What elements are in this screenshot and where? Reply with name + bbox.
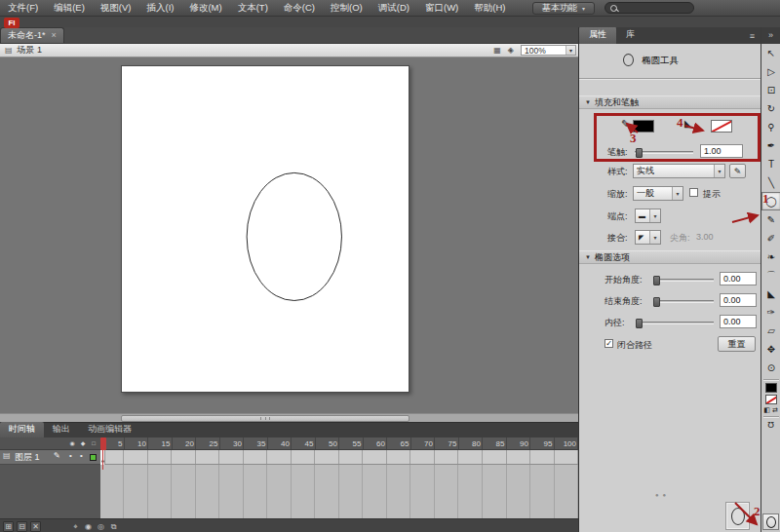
reset-button[interactable]: 重置 [718, 336, 756, 352]
slider-thumb[interactable] [636, 148, 643, 158]
menu-item[interactable]: 文本(T) [230, 0, 276, 16]
onion-skin-button[interactable]: ◉ [83, 521, 94, 532]
menu-item[interactable]: 修改(M) [181, 0, 229, 16]
panel-menu-icon[interactable]: ≡ [750, 31, 760, 44]
start-angle-value[interactable]: 0.00 [720, 272, 757, 285]
selection-tool[interactable]: ↖ [761, 44, 780, 62]
pen-tool[interactable]: ✒ [761, 136, 780, 155]
tab-properties[interactable]: 属性 [579, 27, 616, 44]
hinting-checkbox[interactable] [689, 188, 698, 197]
eyedropper-tool[interactable]: ✑ [761, 303, 780, 322]
edit-symbols-icon[interactable]: ◈ [508, 46, 514, 55]
menu-item[interactable]: 插入(I) [138, 0, 181, 16]
tab-library[interactable]: 库 [616, 27, 644, 44]
line-tool[interactable]: ╲ [761, 173, 780, 192]
default-colors-icon[interactable]: ◧ [763, 406, 770, 414]
menu-item[interactable]: 编辑(E) [46, 0, 93, 16]
close-path-checkbox[interactable]: ✓ [604, 339, 613, 348]
lock-layers-icon[interactable]: ◆ [78, 437, 88, 450]
panel-resize-grip[interactable]: ●● [655, 492, 670, 498]
layer-frames-track[interactable] [100, 450, 578, 465]
stroke-color-swatch[interactable] [633, 120, 654, 133]
stage-canvas[interactable] [121, 65, 410, 393]
lasso-tool[interactable]: ⚲ [761, 118, 780, 136]
layer-row[interactable]: ▤ 图层 1 ✎ • • [0, 450, 100, 465]
free-transform-tool[interactable]: ⊡ [761, 81, 780, 99]
stroke-height-slider[interactable] [635, 151, 693, 154]
paint-bucket-tool[interactable]: ◣ [761, 285, 780, 303]
layer-visibility-dot[interactable]: • [69, 451, 72, 460]
3d-rotation-tool[interactable]: ↻ [761, 99, 780, 118]
new-folder-button[interactable]: ⊟ [17, 521, 27, 532]
outline-layers-icon[interactable]: □ [89, 437, 98, 450]
swap-colors-icon[interactable]: ⇄ [772, 406, 778, 414]
horizontal-scrollbar-thumb[interactable] [121, 415, 410, 422]
stroke-style-dropdown[interactable]: 实线 ▾ [633, 164, 725, 178]
oval-tool[interactable]: ◯ [761, 192, 780, 210]
slider-thumb[interactable] [636, 319, 643, 328]
stage-pasteboard[interactable] [0, 57, 578, 422]
frames-grid-empty-area[interactable] [100, 465, 578, 518]
show-hide-layers-icon[interactable]: ◉ [67, 437, 77, 450]
stroke-height-value[interactable]: 1.00 [700, 144, 743, 158]
inner-radius-slider[interactable] [636, 322, 714, 324]
menu-item[interactable]: 帮助(H) [466, 0, 513, 16]
brush-tool[interactable]: ✐ [761, 229, 780, 247]
tab-output[interactable]: 输出 [44, 422, 79, 437]
stage-ellipse[interactable] [247, 172, 341, 300]
toolbar-fill-color-swatch[interactable] [765, 395, 777, 404]
search-input[interactable] [604, 2, 694, 14]
menu-item[interactable]: 文件(F) [0, 0, 46, 16]
slider-thumb[interactable] [653, 276, 660, 285]
playhead[interactable] [100, 437, 106, 450]
layer-name[interactable]: 图层 1 [15, 451, 40, 464]
onion-skin-outlines-button[interactable]: ◎ [96, 521, 106, 532]
fill-color-swatch-no-fill[interactable] [711, 120, 732, 133]
end-angle-value[interactable]: 0.00 [720, 293, 757, 307]
tab-timeline[interactable]: 时间轴 [0, 422, 44, 437]
menu-item[interactable]: 视图(V) [93, 0, 139, 16]
object-drawing-mode-button[interactable] [762, 513, 779, 530]
close-icon[interactable]: × [52, 31, 57, 40]
zoom-level-dropdown[interactable]: 100% ▾ [521, 45, 576, 56]
layer-editing-pencil-icon: ✎ [54, 451, 60, 460]
timeline-frame-ruler[interactable]: 5101520253035404550556065707580859095100 [100, 437, 578, 450]
menu-item[interactable]: 窗口(W) [417, 0, 466, 16]
document-tab[interactable]: 未命名-1* × [0, 27, 64, 43]
cap-dropdown[interactable]: ▬ ▾ [635, 209, 661, 223]
snap-to-objects-button[interactable]: Ω [761, 420, 780, 430]
join-dropdown[interactable]: ◤ ▾ [635, 230, 661, 245]
tab-motion-editor[interactable]: 动画编辑器 [79, 422, 140, 437]
start-angle-slider[interactable] [653, 279, 714, 282]
subselection-tool[interactable]: ▷ [761, 62, 780, 81]
slider-thumb[interactable] [653, 297, 660, 307]
layer-lock-dot[interactable]: • [80, 451, 83, 460]
text-tool[interactable]: T [761, 155, 780, 173]
layer-outline-color-swatch[interactable] [90, 454, 97, 461]
menu-item[interactable]: 调试(D) [370, 0, 417, 16]
scale-value: 一般 [634, 187, 672, 200]
workspace-switcher-button[interactable]: 基本功能 ▾ [532, 2, 595, 15]
section-fill-and-stroke[interactable]: ▼ 填充和笔触 [579, 95, 760, 109]
scale-dropdown[interactable]: 一般 ▾ [633, 186, 683, 201]
new-layer-button[interactable]: ⊞ [3, 521, 14, 532]
edit-scene-icon[interactable]: ▦ [493, 46, 501, 55]
menu-item[interactable]: 命令(C) [276, 0, 323, 16]
pencil-tool[interactable]: ✎ [761, 210, 780, 229]
center-frame-button[interactable]: ⌖ [70, 521, 81, 532]
hand-tool[interactable]: ✥ [761, 340, 780, 359]
end-angle-slider[interactable] [653, 300, 714, 303]
delete-layer-button[interactable]: ✕ [30, 521, 41, 532]
horizontal-scrollbar[interactable] [0, 413, 578, 422]
toolbar-stroke-color-swatch[interactable] [765, 383, 777, 393]
zoom-tool[interactable]: ⊙ [761, 359, 780, 377]
edit-stroke-style-button[interactable]: ✎ [729, 164, 746, 178]
tools-panel-collapse-icon[interactable]: » [761, 27, 780, 44]
eraser-tool[interactable]: ▱ [761, 322, 780, 340]
section-oval-options[interactable]: ▼ 椭圆选项 [579, 250, 760, 264]
bone-tool[interactable]: ⌒ [761, 266, 780, 285]
inner-radius-value[interactable]: 0.00 [720, 315, 757, 328]
edit-multiple-frames-button[interactable]: ⧉ [108, 521, 119, 532]
menu-item[interactable]: 控制(O) [323, 0, 370, 16]
deco-tool[interactable]: ❧ [761, 247, 780, 266]
